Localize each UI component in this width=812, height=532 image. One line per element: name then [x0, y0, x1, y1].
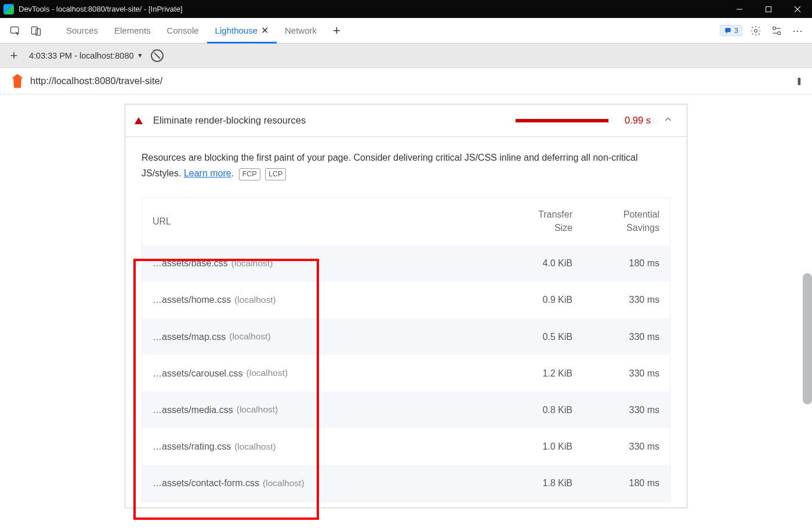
report-timestamp: 4:03:33 PM - localhost:8080 — [29, 51, 134, 60]
report-menu-icon[interactable]: ••• — [793, 75, 805, 87]
table-row[interactable]: …assets/carousel.css (localhost)1.2 KiB3… — [142, 355, 670, 392]
report-url-bar: http://localhost:8080/travel-site/ ••• — [0, 68, 812, 95]
resource-host: (localhost) — [263, 476, 304, 491]
app-icon — [3, 4, 14, 15]
table-row[interactable]: …assets/contact-form.css (localhost)1.8 … — [142, 465, 670, 501]
tab-network[interactable]: Network — [277, 18, 325, 43]
report-url: http://localhost:8080/travel-site/ — [30, 75, 793, 86]
table-body: …assets/base.css (localhost)4.0 KiB180 m… — [142, 245, 670, 501]
fail-triangle-icon — [135, 117, 143, 124]
tab-elements[interactable]: Elements — [106, 18, 159, 43]
resource-host: (localhost) — [229, 329, 271, 344]
audit-header[interactable]: Eliminate render-blocking resources 0.99… — [125, 104, 687, 136]
add-panel-button[interactable]: + — [325, 18, 349, 43]
new-report-button[interactable]: + — [7, 48, 21, 63]
report-body: Eliminate render-blocking resources 0.99… — [0, 95, 812, 532]
devtools-tab-strip: Sources Elements Console Lighthouse ✕ Ne… — [0, 18, 812, 44]
svg-point-8 — [773, 27, 775, 30]
transfer-size: 0.8 KiB — [497, 402, 572, 418]
lighthouse-toolbar: + 4:03:33 PM - localhost:8080 ▼ — [0, 44, 812, 68]
metric-chip-lcp: LCP — [265, 168, 286, 180]
inspect-element-icon[interactable] — [6, 21, 24, 40]
resource-host: (localhost) — [237, 402, 278, 417]
audit-title: Eliminate render-blocking resources — [153, 115, 516, 126]
tab-sources[interactable]: Sources — [58, 18, 106, 43]
col-url-header: URL — [153, 208, 497, 234]
table-row[interactable]: …assets/media.css (localhost)0.8 KiB330 … — [142, 392, 670, 428]
potential-savings: 330 ms — [572, 439, 659, 454]
table-row[interactable]: …assets/rating.css (localhost)1.0 KiB330… — [142, 428, 670, 465]
svg-point-7 — [755, 29, 757, 32]
resource-host: (localhost) — [234, 439, 276, 454]
tab-label: Elements — [114, 26, 151, 35]
transfer-size: 4.0 KiB — [497, 255, 572, 271]
issues-count: 3 — [734, 26, 738, 35]
learn-more-link[interactable]: Learn more — [184, 168, 231, 178]
svg-rect-1 — [766, 6, 771, 12]
potential-savings: 330 ms — [572, 329, 659, 345]
transfer-size: 0.9 KiB — [497, 292, 572, 307]
window-title: DevTools - localhost:8080/travel-site/ -… — [19, 5, 725, 13]
customize-devtools-icon[interactable] — [769, 23, 784, 38]
settings-icon[interactable] — [748, 23, 763, 38]
resource-path: …assets/carousel.css — [153, 365, 243, 381]
transfer-size: 1.0 KiB — [497, 439, 572, 454]
potential-savings: 180 ms — [572, 475, 659, 491]
metric-chip-fcp: FCP — [239, 168, 260, 180]
svg-rect-5 — [32, 27, 38, 34]
resource-path: …assets/map.css — [153, 329, 226, 345]
transfer-size: 1.2 KiB — [497, 365, 572, 381]
more-icon[interactable]: ⋯ — [790, 23, 805, 38]
potential-savings: 330 ms — [572, 292, 659, 307]
resource-path: …assets/rating.css — [153, 439, 231, 454]
transfer-size: 1.8 KiB — [497, 475, 572, 491]
svg-point-9 — [778, 31, 781, 34]
resource-host: (localhost) — [246, 365, 288, 381]
audit-body: Resources are blocking the first paint o… — [125, 136, 687, 508]
window-maximize-button[interactable] — [754, 0, 783, 18]
table-row[interactable]: …assets/home.css (localhost)0.9 KiB330 m… — [142, 281, 670, 318]
chevron-down-icon: ▼ — [137, 52, 143, 59]
tab-console[interactable]: Console — [159, 18, 207, 43]
table-header: URL TransferSize PotentialSavings — [142, 198, 670, 245]
potential-savings: 180 ms — [572, 255, 659, 271]
audit-sparkline — [516, 119, 608, 122]
tab-label: Network — [285, 26, 317, 35]
resource-host: (localhost) — [231, 256, 273, 271]
lighthouse-icon — [12, 74, 23, 88]
window-minimize-button[interactable] — [725, 0, 754, 18]
vertical-scrollbar[interactable] — [803, 273, 812, 404]
close-icon[interactable]: ✕ — [261, 25, 269, 36]
transfer-size: 0.5 KiB — [497, 329, 572, 345]
issues-badge[interactable]: 3 — [720, 25, 742, 36]
resource-path: …assets/media.css — [153, 402, 233, 418]
resource-host: (localhost) — [234, 292, 276, 307]
svg-rect-4 — [11, 27, 19, 33]
clear-reports-icon[interactable] — [151, 49, 164, 62]
resource-path: …assets/base.css — [153, 255, 228, 271]
audit-card: Eliminate render-blocking resources 0.99… — [125, 104, 687, 508]
tab-label: Lighthouse — [215, 26, 258, 35]
potential-savings: 330 ms — [572, 365, 659, 381]
window-close-button[interactable] — [783, 0, 812, 18]
tab-label: Console — [167, 26, 199, 35]
col-size-header: TransferSize — [497, 208, 572, 234]
table-row[interactable]: …assets/base.css (localhost)4.0 KiB180 m… — [142, 245, 670, 281]
report-selector[interactable]: 4:03:33 PM - localhost:8080 ▼ — [29, 51, 143, 60]
device-toggle-icon[interactable] — [27, 21, 45, 40]
window-controls — [725, 0, 812, 18]
plus-icon: + — [333, 23, 340, 38]
chevron-up-icon[interactable] — [664, 115, 673, 126]
table-row[interactable]: …assets/map.css (localhost)0.5 KiB330 ms — [142, 319, 670, 355]
col-save-header: PotentialSavings — [572, 208, 659, 234]
resource-path: …assets/contact-form.css — [153, 475, 259, 491]
audit-table: URL TransferSize PotentialSavings …asset… — [142, 197, 670, 502]
tab-label: Sources — [66, 26, 98, 35]
audit-time: 0.99 s — [625, 115, 651, 126]
tab-lighthouse[interactable]: Lighthouse ✕ — [207, 18, 277, 43]
potential-savings: 330 ms — [572, 402, 659, 418]
window-titlebar: DevTools - localhost:8080/travel-site/ -… — [0, 0, 812, 18]
resource-path: …assets/home.css — [153, 292, 231, 307]
